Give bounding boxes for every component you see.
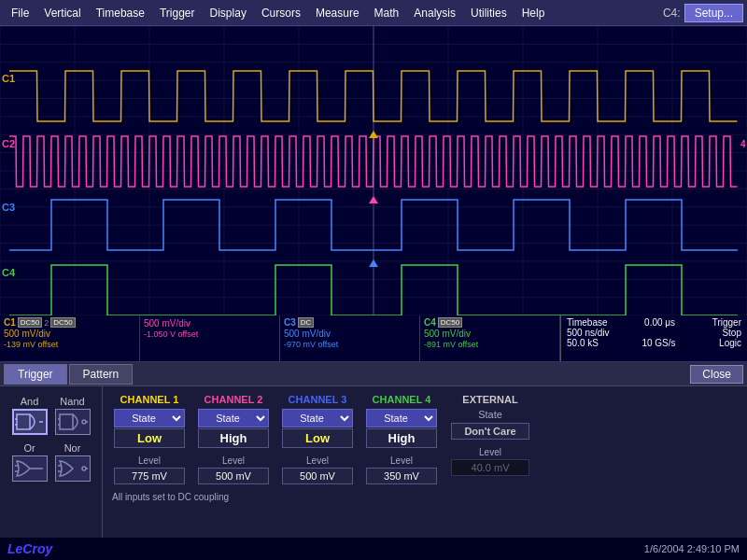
ch2-offset: -1.050 V offset	[144, 329, 275, 339]
ch3-dc-badge: DC	[298, 317, 315, 328]
close-button[interactable]: Close	[690, 365, 743, 384]
ch4-div: 500 mV/div	[424, 329, 556, 339]
tab-pattern[interactable]: Pattern	[69, 364, 134, 385]
ext-title: EXTERNAL	[462, 394, 517, 405]
and-label: And	[21, 396, 39, 407]
ch1-dc-badge: DC50	[18, 317, 42, 328]
nor-icon	[55, 455, 91, 482]
menu-measure[interactable]: Measure	[308, 5, 367, 21]
svg-rect-4	[60, 414, 73, 429]
timebase-section: Timebase 0.00 μs Trigger 500 ns/div Stop…	[560, 315, 747, 361]
gate-and[interactable]: And	[12, 396, 48, 435]
gs-value: 10 GS/s	[641, 338, 675, 348]
ch3-level-label: Level	[306, 455, 329, 466]
ch1-col: CHANNEL 1 State Low Level 775 mV	[112, 394, 187, 484]
menu-bar: File Vertical Timebase Trigger Display C…	[0, 0, 747, 26]
bottom-bar: LeCroy 1/6/2004 2:49:10 PM	[0, 538, 747, 560]
channels-section: CHANNEL 1 State Low Level 775 mV CHANNEL…	[103, 386, 747, 560]
ch4-title: CHANNEL 4	[373, 394, 431, 405]
menu-timebase[interactable]: Timebase	[89, 5, 152, 21]
ch4-level-input[interactable]: 350 mV	[366, 468, 437, 484]
gate-row-2: Or Nor	[12, 442, 91, 482]
trigger-type: Logic	[719, 338, 741, 348]
ch4-state-value[interactable]: High	[366, 428, 437, 448]
trigger-label: Trigger	[712, 317, 741, 328]
trigger-mode: Stop	[722, 328, 741, 338]
menu-trigger[interactable]: Trigger	[152, 5, 203, 21]
timebase-value: 0.00 μs	[644, 317, 675, 328]
timebase-label: Timebase	[567, 317, 608, 328]
menu-vertical[interactable]: Vertical	[36, 5, 88, 21]
gate-nand[interactable]: Nand	[55, 396, 91, 435]
channel-headers: CHANNEL 1 State Low Level 775 mV CHANNEL…	[112, 394, 738, 484]
menu-help[interactable]: Help	[514, 5, 553, 21]
gate-row-1: And Nand	[12, 396, 91, 435]
menu-file[interactable]: File	[4, 5, 36, 21]
ext-state-label: State	[478, 409, 502, 420]
ch2-dc-badge: DC50	[50, 317, 75, 328]
ch1-state-value[interactable]: Low	[114, 428, 185, 448]
ch4-col: CHANNEL 4 State High Level 350 mV	[364, 394, 439, 484]
menu-math[interactable]: Math	[367, 5, 407, 21]
pattern-content: And Nand	[0, 386, 747, 560]
ext-state-value[interactable]: Don't Care	[451, 423, 529, 440]
bottom-panel: Trigger Pattern Close And	[0, 362, 747, 560]
ch4-state-select[interactable]: State	[366, 409, 437, 427]
ext-level-label: Level	[479, 447, 501, 457]
menu-display[interactable]: Display	[203, 5, 254, 21]
ch2-col: CHANNEL 2 State High Level 500 mV	[196, 394, 271, 484]
ch2-state-select[interactable]: State	[198, 409, 269, 427]
menu-cursors[interactable]: Cursors	[254, 5, 308, 21]
or-label: Or	[23, 442, 35, 454]
ch4-status: C4 DC50 500 mV/div -891 mV offset	[420, 315, 560, 361]
tab-trigger[interactable]: Trigger	[4, 364, 67, 385]
nor-label: Nor	[64, 442, 81, 454]
ch1-status: C1 DC50 2 DC50 500 mV/div -139 mV offset	[0, 315, 140, 361]
ch1-level-label: Level	[138, 455, 161, 466]
ch4-offset: -891 mV offset	[424, 340, 556, 349]
setup-button[interactable]: Setup...	[684, 4, 743, 22]
ch3-badge: C3	[284, 317, 296, 328]
ch1-offset: -139 mV offset	[4, 340, 135, 349]
scope-display	[0, 26, 747, 315]
ext-col: EXTERNAL State Don't Care Level 40.0 mV	[448, 394, 532, 484]
ch2-level-input[interactable]: 500 mV	[198, 468, 269, 484]
gate-section: And Nand	[0, 386, 103, 560]
svg-rect-0	[17, 414, 30, 429]
ch4-level-label: Level	[390, 455, 413, 466]
menu-utilities[interactable]: Utilities	[463, 5, 514, 21]
timestamp: 1/6/2004 2:49:10 PM	[644, 543, 740, 554]
lecroy-brand: LeCroy	[7, 541, 52, 556]
ch3-state-value[interactable]: Low	[282, 428, 353, 448]
ch3-col: CHANNEL 3 State Low Level 500 mV	[280, 394, 355, 484]
and-icon	[12, 409, 48, 435]
gate-or[interactable]: Or	[12, 442, 48, 482]
ch1-level-input[interactable]: 775 mV	[114, 468, 185, 484]
ch3-offset: -970 mV offset	[284, 340, 416, 349]
nand-label: Nand	[60, 396, 84, 407]
ch2-state-value[interactable]: High	[198, 428, 269, 448]
ext-level-input: 40.0 mV	[451, 459, 529, 476]
ch2-title: CHANNEL 2	[204, 394, 263, 405]
nand-icon	[55, 409, 91, 435]
svg-point-5	[82, 420, 86, 424]
ch2-badge-small: 2	[44, 318, 49, 328]
ch1-badge: C1	[4, 317, 16, 328]
c4-label: C4:	[663, 7, 681, 20]
ch4-badge: C4	[424, 317, 436, 328]
ns-div: 500 ns/div	[567, 328, 610, 338]
ch2-div: 500 mV/div	[144, 318, 275, 329]
menu-analysis[interactable]: Analysis	[406, 5, 463, 21]
status-bar: C1 DC50 2 DC50 500 mV/div -139 mV offset…	[0, 315, 747, 362]
oscilloscope-canvas	[0, 26, 747, 315]
ch4-dc-badge: DC50	[438, 317, 462, 328]
gate-nor[interactable]: Nor	[55, 442, 91, 482]
ks-value: 50.0 kS	[567, 338, 599, 348]
ch3-level-input[interactable]: 500 mV	[282, 468, 353, 484]
ch1-state-select[interactable]: State	[114, 409, 185, 427]
ch2-status: 500 mV/div -1.050 V offset	[140, 315, 280, 361]
ch1-title: CHANNEL 1	[120, 394, 179, 405]
ch3-state-select[interactable]: State	[282, 409, 353, 427]
ch3-status: C3 DC 500 mV/div -970 mV offset	[280, 315, 420, 361]
ch3-title: CHANNEL 3	[289, 394, 347, 405]
